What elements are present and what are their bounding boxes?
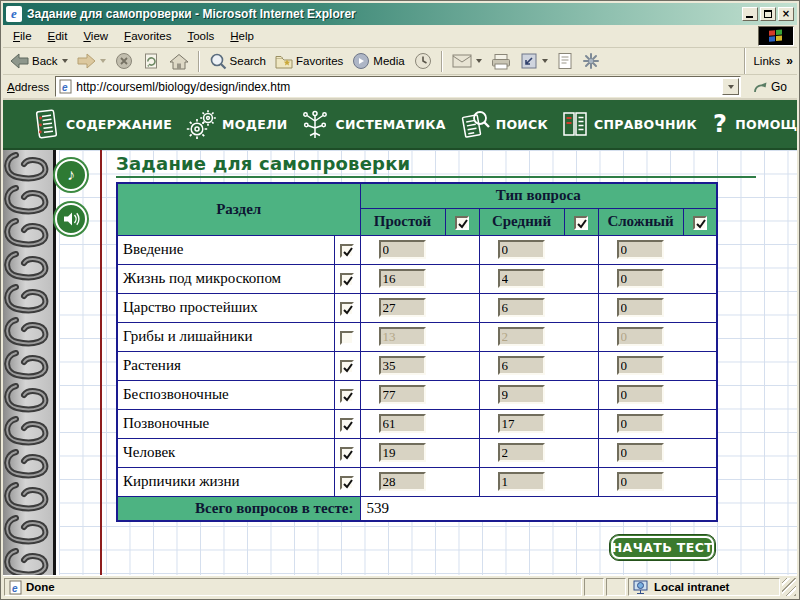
menu-favorites[interactable]: Favorites (116, 27, 179, 45)
medium-count-input[interactable] (498, 269, 545, 288)
address-input[interactable]: e http://courseml/biology/design/index.h… (55, 76, 741, 97)
menu-file[interactable]: File (5, 27, 40, 45)
section-checkbox[interactable] (340, 302, 354, 316)
section-checkbox[interactable] (340, 476, 354, 490)
mail-dropdown-icon[interactable] (476, 59, 482, 63)
medium-count-input[interactable] (498, 414, 545, 433)
menu-edit[interactable]: Edit (40, 27, 76, 45)
simple-count-input[interactable] (379, 298, 426, 317)
speaker-icon (62, 211, 80, 227)
medium-count-input[interactable] (498, 240, 545, 259)
simple-count-input[interactable] (379, 240, 426, 259)
section-name: Растения (117, 351, 334, 380)
refresh-button[interactable] (139, 51, 163, 71)
hard-count-input[interactable] (617, 414, 664, 433)
sound-toggle-button[interactable] (55, 203, 87, 235)
chevron-down-icon (728, 85, 734, 89)
search-document-icon (459, 108, 491, 140)
simple-count-input[interactable] (379, 327, 426, 346)
links-chevron-icon[interactable]: » (786, 54, 793, 68)
simple-column-checkbox[interactable] (455, 216, 469, 230)
print-button[interactable] (488, 52, 514, 71)
zone-text: Local intranet (654, 581, 729, 593)
back-dropdown-icon[interactable] (62, 59, 68, 63)
media-button[interactable]: Media (349, 51, 407, 71)
home-icon (169, 53, 189, 70)
table-row: Царство простейших (117, 293, 717, 322)
section-checkbox[interactable] (340, 244, 354, 258)
music-toggle-button[interactable]: ♪ (55, 159, 87, 191)
hard-count-input[interactable] (617, 472, 664, 491)
messenger-button[interactable] (579, 51, 603, 71)
nav-item-search[interactable]: ПОИСК (459, 108, 548, 140)
search-icon (209, 52, 227, 70)
menu-help[interactable]: Help (222, 27, 262, 45)
section-checkbox[interactable] (340, 360, 354, 374)
address-url[interactable]: http://courseml/biology/design/index.htm (76, 80, 718, 94)
resize-button[interactable] (517, 51, 551, 71)
hard-count-input[interactable] (617, 385, 664, 404)
medium-count-input[interactable] (498, 327, 545, 346)
page-icon: e (9, 580, 22, 595)
nav-item-help[interactable]: ? ПОМОЩЬ (710, 110, 797, 138)
search-button[interactable]: Search (206, 51, 269, 71)
address-dropdown-button[interactable] (722, 78, 739, 95)
simple-count-input[interactable] (379, 443, 426, 462)
history-button[interactable] (411, 51, 435, 71)
mail-button[interactable] (449, 53, 485, 69)
medium-count-input[interactable] (498, 472, 545, 491)
hard-count-input[interactable] (617, 327, 664, 346)
nav-item-reference[interactable]: СПРАВОЧНИК (561, 108, 697, 140)
total-value: 539 (360, 496, 717, 521)
music-note-icon: ♪ (67, 166, 75, 184)
forward-button[interactable] (74, 52, 109, 70)
menu-tools[interactable]: Tools (179, 27, 222, 45)
table-row: Жизнь под микроскопом (117, 264, 717, 293)
simple-count-input[interactable] (379, 414, 426, 433)
close-button[interactable]: × (778, 7, 794, 21)
medium-count-input[interactable] (498, 385, 545, 404)
nav-item-contents[interactable]: СОДЕРЖАНИЕ (31, 107, 172, 141)
simple-count-input[interactable] (379, 356, 426, 375)
hard-count-input[interactable] (617, 298, 664, 317)
links-bar[interactable]: Links » (744, 48, 793, 74)
margin-line (100, 150, 102, 575)
hard-count-input[interactable] (617, 443, 664, 462)
back-button[interactable]: Back (7, 52, 71, 70)
section-checkbox[interactable] (340, 331, 354, 345)
hard-column-checkbox[interactable] (693, 216, 707, 230)
edit-button[interactable] (554, 51, 576, 71)
stop-button[interactable] (112, 51, 136, 71)
maximize-button[interactable] (760, 7, 776, 21)
resize-grip[interactable] (782, 578, 796, 596)
hard-count-input[interactable] (617, 356, 664, 375)
maximize-icon (764, 10, 772, 18)
section-checkbox[interactable] (340, 389, 354, 403)
forward-dropdown-icon[interactable] (100, 59, 106, 63)
start-test-button[interactable]: НАЧАТЬ ТЕСТ (609, 534, 716, 561)
section-checkbox[interactable] (340, 273, 354, 287)
menu-view[interactable]: View (75, 27, 116, 45)
simple-count-input[interactable] (379, 472, 426, 491)
medium-count-input[interactable] (498, 298, 545, 317)
table-row: Растения (117, 351, 717, 380)
simple-count-input[interactable] (379, 269, 426, 288)
section-checkbox[interactable] (340, 418, 354, 432)
hard-count-input[interactable] (617, 269, 664, 288)
nav-item-models[interactable]: МОДЕЛИ (185, 108, 287, 140)
simple-count-input[interactable] (379, 385, 426, 404)
go-button[interactable]: Go (747, 78, 793, 96)
home-button[interactable] (166, 52, 192, 71)
minimize-button[interactable] (742, 7, 758, 21)
hard-count-input[interactable] (617, 240, 664, 259)
nav-item-taxonomy[interactable]: СИСТЕМАТИКА (300, 108, 445, 140)
favorites-button[interactable]: Favorites (272, 52, 346, 71)
resize-dropdown-icon[interactable] (542, 59, 548, 63)
medium-count-input[interactable] (498, 443, 545, 462)
medium-count-input[interactable] (498, 356, 545, 375)
edit-document-icon (557, 52, 573, 70)
medium-column-checkbox[interactable] (574, 216, 588, 230)
section-name: Введение (117, 235, 334, 264)
table-row: Кирпичики жизни (117, 467, 717, 496)
section-checkbox[interactable] (340, 447, 354, 461)
